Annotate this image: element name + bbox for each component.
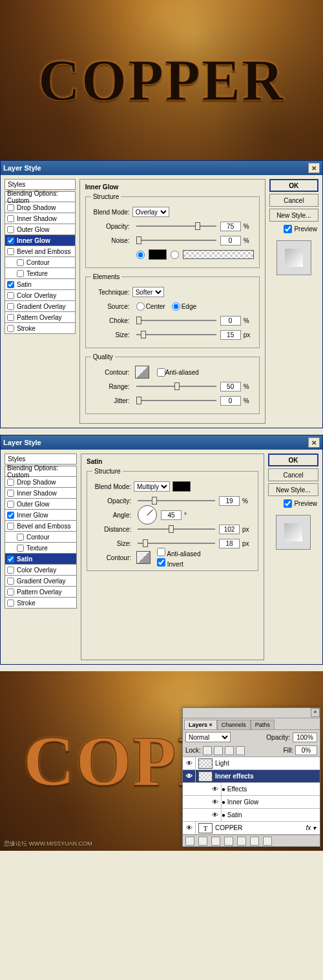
effect-row[interactable]: 👁● Inner Glow: [183, 796, 320, 809]
style-checkbox[interactable]: [7, 325, 14, 332]
new-layer-icon[interactable]: [250, 837, 259, 846]
anti-aliased-checkbox[interactable]: Anti-aliased: [157, 548, 201, 558]
style-item-stroke[interactable]: Stroke: [5, 323, 76, 334]
close-icon[interactable]: ✕: [308, 437, 320, 448]
style-item-inner-glow[interactable]: Inner Glow: [5, 235, 76, 246]
trash-icon[interactable]: [263, 837, 272, 846]
style-item-inner-shadow[interactable]: Inner Shadow: [5, 213, 76, 224]
visibility-icon[interactable]: 👁: [209, 783, 222, 796]
lock-position-icon[interactable]: [225, 746, 234, 755]
style-item-stroke[interactable]: Stroke: [5, 598, 77, 609]
style-checkbox[interactable]: [17, 545, 24, 552]
layer-row[interactable]: 👁Light: [183, 757, 320, 770]
effect-row[interactable]: 👁● Effects: [183, 783, 320, 796]
blend-mode-select[interactable]: Overlay: [132, 207, 169, 217]
noise-input[interactable]: [220, 236, 241, 245]
visibility-icon[interactable]: 👁: [209, 809, 222, 822]
panel-close-icon[interactable]: ×: [311, 708, 320, 717]
preview-checkbox[interactable]: Preview: [269, 224, 318, 236]
style-item-satin[interactable]: Satin: [5, 554, 77, 565]
style-checkbox[interactable]: [7, 215, 14, 222]
range-input[interactable]: [220, 382, 241, 391]
blending-options[interactable]: Blending Options: Custom: [5, 466, 77, 477]
style-item-pattern-overlay[interactable]: Pattern Overlay: [5, 312, 76, 323]
style-item-bevel-and-emboss[interactable]: Bevel and Emboss: [5, 246, 76, 257]
fx-indicator[interactable]: fx ▾: [306, 824, 316, 831]
style-item-texture[interactable]: Texture: [5, 268, 76, 279]
style-checkbox[interactable]: [7, 479, 14, 486]
lock-all-icon[interactable]: [236, 746, 245, 755]
layer-row[interactable]: 👁TCOPPERfx ▾: [183, 822, 320, 835]
opacity-slider[interactable]: [136, 222, 216, 231]
visibility-icon[interactable]: 👁: [183, 757, 196, 770]
style-item-contour[interactable]: Contour: [5, 257, 76, 268]
glow-color-swatch[interactable]: [149, 249, 167, 260]
group-icon[interactable]: [237, 837, 246, 846]
new-style-button[interactable]: New Style...: [268, 483, 318, 496]
style-item-bevel-and-emboss[interactable]: Bevel and Emboss: [5, 521, 77, 532]
visibility-icon[interactable]: 👁: [183, 770, 196, 783]
style-item-texture[interactable]: Texture: [5, 543, 77, 554]
styles-header[interactable]: Styles: [5, 179, 76, 190]
style-item-outer-glow[interactable]: Outer Glow: [5, 499, 77, 510]
style-checkbox[interactable]: [7, 523, 14, 530]
close-icon[interactable]: ✕: [308, 163, 320, 173]
size-slider[interactable]: [138, 539, 215, 548]
style-checkbox[interactable]: [7, 599, 14, 607]
ok-button[interactable]: OK: [268, 454, 318, 466]
color-radio[interactable]: [136, 251, 145, 259]
style-checkbox[interactable]: [7, 512, 14, 519]
distance-input[interactable]: [219, 525, 240, 534]
style-item-color-overlay[interactable]: Color Overlay: [5, 290, 76, 301]
style-item-gradient-overlay[interactable]: Gradient Overlay: [5, 576, 77, 587]
style-checkbox[interactable]: [7, 281, 14, 288]
size-input[interactable]: [219, 539, 240, 548]
ok-button[interactable]: OK: [269, 179, 318, 192]
layer-opacity-input[interactable]: [293, 733, 317, 742]
tab-layers[interactable]: Layers ×: [184, 720, 217, 729]
glow-gradient-swatch[interactable]: [183, 250, 254, 259]
layers-panel[interactable]: × Layers ×ChannelsPaths Normal Opacity: …: [182, 707, 320, 847]
layer-fill-input[interactable]: [295, 745, 317, 755]
style-checkbox[interactable]: [7, 248, 14, 255]
layer-thumbnail[interactable]: T: [198, 823, 213, 833]
fx-icon[interactable]: [198, 837, 207, 846]
blending-options[interactable]: Blending Options: Custom: [5, 191, 76, 202]
gradient-radio[interactable]: [171, 251, 179, 259]
technique-select[interactable]: Softer: [132, 287, 164, 297]
style-checkbox[interactable]: [7, 303, 14, 310]
adjustment-icon[interactable]: [224, 837, 233, 846]
style-item-drop-shadow[interactable]: Drop Shadow: [5, 477, 77, 488]
size-input[interactable]: [220, 330, 241, 340]
layer-thumbnail[interactable]: [198, 771, 213, 782]
visibility-icon[interactable]: 👁: [183, 822, 196, 835]
distance-slider[interactable]: [138, 525, 215, 534]
style-item-outer-glow[interactable]: Outer Glow: [5, 224, 76, 235]
tab-paths[interactable]: Paths: [251, 720, 275, 729]
style-item-inner-glow[interactable]: Inner Glow: [5, 510, 77, 521]
style-checkbox[interactable]: [7, 490, 14, 497]
opacity-input[interactable]: [220, 222, 241, 231]
style-checkbox[interactable]: [7, 556, 14, 563]
style-checkbox[interactable]: [7, 578, 14, 585]
titlebar[interactable]: Layer Style ✕: [1, 161, 322, 175]
jitter-slider[interactable]: [136, 396, 216, 405]
titlebar[interactable]: Layer Style ✕: [1, 435, 322, 450]
styles-header[interactable]: Styles: [5, 454, 77, 464]
style-item-satin[interactable]: Satin: [5, 279, 76, 290]
link-icon[interactable]: [185, 837, 194, 846]
tab-channels[interactable]: Channels: [217, 720, 251, 729]
visibility-icon[interactable]: 👁: [209, 796, 222, 809]
opacity-input[interactable]: [219, 496, 240, 506]
source-center-radio[interactable]: [136, 302, 145, 311]
style-checkbox[interactable]: [7, 292, 14, 299]
style-checkbox[interactable]: [7, 237, 14, 244]
layer-thumbnail[interactable]: [198, 758, 213, 769]
style-checkbox[interactable]: [7, 501, 14, 508]
style-item-contour[interactable]: Contour: [5, 532, 77, 543]
blend-mode-select[interactable]: Multiply: [134, 481, 170, 492]
anti-aliased-checkbox[interactable]: [157, 368, 165, 377]
choke-input[interactable]: [220, 316, 241, 326]
new-style-button[interactable]: New Style...: [269, 209, 318, 222]
mask-icon[interactable]: [211, 837, 220, 846]
